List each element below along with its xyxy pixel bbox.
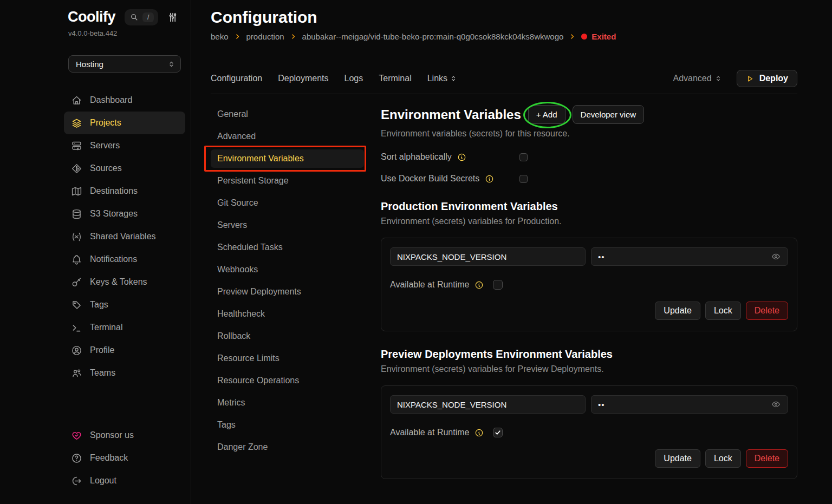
advanced-dropdown[interactable]: Advanced — [673, 74, 722, 83]
subnav-item-environment-variables[interactable]: Environment Variables — [211, 149, 364, 168]
variable-icon — [71, 231, 82, 243]
chevron-right-icon — [569, 33, 576, 40]
sidebar-item-label: S3 Storages — [90, 209, 138, 219]
sidebar-item-label: Tags — [90, 300, 108, 310]
sidebar-item-label: Dashboard — [90, 95, 132, 105]
breadcrumb-environment[interactable]: production — [246, 32, 284, 41]
sidebar-item-servers[interactable]: Servers — [64, 134, 185, 157]
sidebar-item-projects[interactable]: Projects — [64, 112, 185, 134]
subnav-item-metrics[interactable]: Metrics — [211, 394, 364, 412]
subnav-item-label: Environment Variables — [217, 154, 304, 163]
subnav-item-resource-operations[interactable]: Resource Operations — [211, 371, 364, 390]
subnav-item-healthcheck[interactable]: Healthcheck — [211, 305, 364, 323]
heart-hands-icon — [71, 430, 82, 441]
eye-icon[interactable] — [771, 400, 781, 410]
lock-button[interactable]: Lock — [705, 449, 741, 468]
sidebar-item-label: Notifications — [90, 254, 137, 264]
sidebar-item-tags[interactable]: Tags — [64, 293, 185, 316]
sidebar-item-label: Sponsor us — [90, 430, 134, 440]
subnav-item-resource-limits[interactable]: Resource Limits — [211, 349, 364, 368]
logout-icon — [71, 475, 82, 487]
sidebar-nav: Dashboard Projects Servers Sources Desti… — [64, 89, 185, 384]
sidebar-item-profile[interactable]: Profile — [64, 339, 185, 362]
server-icon — [71, 140, 82, 152]
variable-value-input[interactable] — [591, 247, 788, 266]
sidebar-item-destinations[interactable]: Destinations — [64, 180, 185, 202]
home-icon — [71, 95, 82, 106]
sidebar-item-shared-variables[interactable]: Shared Variables — [64, 225, 185, 248]
subnav-item-preview-deployments[interactable]: Preview Deployments — [211, 283, 364, 301]
key-icon — [71, 277, 82, 288]
map-icon — [71, 186, 82, 197]
deploy-button[interactable]: Deploy — [737, 70, 797, 87]
sidebar-item-feedback[interactable]: Feedback — [64, 447, 185, 469]
sidebar-item-label: Sources — [90, 163, 122, 173]
sidebar-item-dashboard[interactable]: Dashboard — [64, 89, 185, 112]
sidebar-item-terminal[interactable]: Terminal — [64, 316, 185, 339]
eye-icon[interactable] — [771, 252, 781, 262]
sort-alphabetically-checkbox[interactable] — [519, 153, 528, 161]
lock-button[interactable]: Lock — [705, 302, 741, 320]
help-circle-icon — [71, 453, 82, 464]
breadcrumb-resource[interactable]: abubakar--meigag/vid-tube-beko-pro:main-… — [302, 32, 564, 41]
sidebar-item-label: Shared Variables — [90, 232, 156, 241]
add-variable-button[interactable]: + Add — [528, 105, 566, 124]
available-at-runtime-checkbox[interactable] — [493, 428, 503, 437]
production-section-title: Production Environment Variables — [381, 200, 797, 213]
info-icon — [485, 174, 494, 184]
update-button[interactable]: Update — [655, 449, 700, 468]
sidebar-item-notifications[interactable]: Notifications — [64, 248, 185, 271]
variable-key-input[interactable] — [390, 395, 586, 414]
subnav-item-git-source[interactable]: Git Source — [211, 194, 364, 212]
subnav-item-danger-zone[interactable]: Danger Zone — [211, 438, 364, 456]
delete-button[interactable]: Delete — [746, 302, 788, 320]
variable-key-input[interactable] — [390, 247, 586, 266]
layers-icon — [71, 117, 82, 129]
subnav-item-servers[interactable]: Servers — [211, 216, 364, 234]
sidebar-item-s3-storages[interactable]: S3 Storages — [64, 202, 185, 225]
page-title: Configuration — [211, 8, 797, 27]
sidebar-item-logout[interactable]: Logout — [64, 469, 185, 492]
tab-logs[interactable]: Logs — [344, 74, 363, 83]
team-selector[interactable]: Hosting — [68, 55, 181, 73]
subnav-item-rollback[interactable]: Rollback — [211, 327, 364, 345]
status-badge: Exited — [581, 32, 616, 41]
delete-button[interactable]: Delete — [746, 449, 788, 468]
update-button[interactable]: Update — [655, 302, 700, 320]
tabs: Configuration Deployments Logs Terminal … — [211, 74, 457, 83]
search-icon — [130, 13, 138, 21]
user-circle-icon — [71, 345, 82, 356]
tab-terminal[interactable]: Terminal — [379, 74, 411, 83]
subnav-item-persistent-storage[interactable]: Persistent Storage — [211, 172, 364, 190]
check-icon — [495, 429, 501, 436]
breadcrumb: beko production abubakar--meigag/vid-tub… — [211, 32, 797, 41]
tab-configuration[interactable]: Configuration — [211, 74, 262, 83]
sidebar-item-teams[interactable]: Teams — [64, 362, 185, 384]
tab-links[interactable]: Links — [427, 74, 457, 83]
subnav-item-webhooks[interactable]: Webhooks — [211, 260, 364, 279]
subnav-item-scheduled-tasks[interactable]: Scheduled Tasks — [211, 238, 364, 257]
subnav-item-advanced[interactable]: Advanced — [211, 127, 364, 146]
tab-deployments[interactable]: Deployments — [278, 74, 328, 83]
database-icon — [71, 208, 82, 220]
settings-sliders-icon[interactable] — [167, 12, 178, 23]
developer-view-button[interactable]: Developer view — [573, 105, 645, 124]
settings-subnav: General Advanced Environment Variables P… — [211, 105, 364, 460]
docker-build-secrets-checkbox[interactable] — [519, 175, 528, 183]
sidebar-item-label: Logout — [90, 476, 116, 486]
subnav-item-general[interactable]: General — [211, 105, 364, 123]
team-selector-value: Hosting — [76, 60, 103, 69]
breadcrumb-project[interactable]: beko — [211, 32, 229, 41]
variable-value-input[interactable] — [591, 395, 788, 414]
git-source-icon — [71, 163, 82, 174]
sidebar-item-sponsor-us[interactable]: Sponsor us — [64, 424, 185, 447]
sidebar-item-keys-tokens[interactable]: Keys & Tokens — [64, 271, 185, 293]
sidebar-item-sources[interactable]: Sources — [64, 157, 185, 180]
subnav-item-tags[interactable]: Tags — [211, 416, 364, 434]
main-content: Configuration beko production abubakar--… — [191, 0, 832, 504]
search-button[interactable]: / — [125, 9, 158, 25]
production-section-description: Environment (secrets) variables for Prod… — [381, 217, 797, 226]
tag-icon — [71, 299, 82, 311]
sidebar-footer: Sponsor us Feedback Logout — [64, 424, 185, 492]
available-at-runtime-checkbox[interactable] — [493, 280, 503, 290]
